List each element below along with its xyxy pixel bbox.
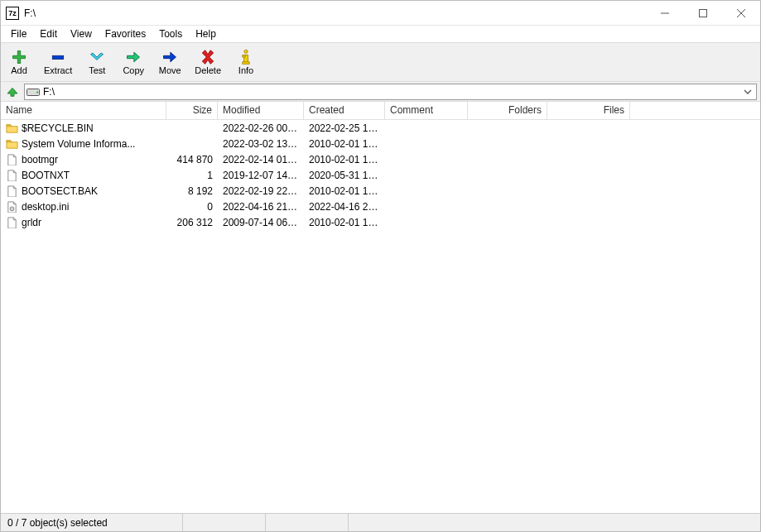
chevron-down-icon bbox=[744, 88, 752, 96]
cell-size: 8 192 bbox=[166, 185, 218, 197]
titlebar: 7z F:\ bbox=[1, 1, 760, 26]
file-icon bbox=[6, 185, 18, 197]
file-name: BOOTNXT bbox=[22, 170, 70, 181]
cell-name: bootmgr bbox=[1, 154, 166, 165]
move-arrow-icon bbox=[161, 49, 179, 65]
up-button[interactable] bbox=[4, 84, 21, 100]
menu-file[interactable]: File bbox=[4, 26, 33, 41]
test-button[interactable]: Test bbox=[82, 47, 112, 77]
move-label: Move bbox=[159, 65, 181, 75]
delete-button[interactable]: Delete bbox=[191, 47, 224, 77]
cell-name: grldr bbox=[1, 217, 166, 228]
menu-favorites[interactable]: Favorites bbox=[99, 26, 152, 41]
menu-view[interactable]: View bbox=[64, 26, 99, 41]
minimize-button[interactable] bbox=[646, 1, 684, 26]
cell-name: BOOTNXT bbox=[1, 170, 166, 181]
cell-created: 2020-05-31 10:48 bbox=[304, 170, 385, 181]
cell-modified: 2022-04-16 21:37 bbox=[218, 201, 304, 213]
file-name: bootmgr bbox=[22, 154, 58, 165]
minus-icon bbox=[49, 49, 67, 65]
file-name: grldr bbox=[22, 217, 41, 228]
col-folders[interactable]: Folders bbox=[468, 102, 547, 119]
add-label: Add bbox=[11, 65, 27, 75]
file-row[interactable]: desktop.ini02022-04-16 21:372022-04-16 2… bbox=[1, 199, 760, 214]
col-files[interactable]: Files bbox=[547, 102, 630, 119]
cell-name: desktop.ini bbox=[1, 201, 166, 213]
info-label: Info bbox=[238, 65, 253, 75]
menu-tools[interactable]: Tools bbox=[152, 26, 189, 41]
copy-label: Copy bbox=[123, 65, 144, 75]
file-row[interactable]: $RECYCLE.BIN2022-02-26 00:402022-02-25 1… bbox=[1, 120, 760, 136]
file-icon bbox=[6, 217, 18, 228]
cell-name: $RECYCLE.BIN bbox=[1, 122, 166, 134]
extract-button[interactable]: Extract bbox=[41, 47, 75, 77]
test-label: Test bbox=[89, 65, 105, 75]
move-button[interactable]: Move bbox=[155, 47, 185, 77]
file-list[interactable]: $RECYCLE.BIN2022-02-26 00:402022-02-25 1… bbox=[1, 120, 760, 513]
cell-created: 2010-02-01 17:32 bbox=[304, 154, 385, 165]
svg-rect-8 bbox=[243, 62, 249, 65]
menu-edit[interactable]: Edit bbox=[33, 26, 64, 41]
cell-size: 206 312 bbox=[166, 217, 218, 228]
copy-arrow-icon bbox=[124, 49, 142, 65]
cell-name: System Volume Informa... bbox=[1, 138, 166, 150]
info-button[interactable]: Info bbox=[231, 47, 261, 77]
file-row[interactable]: BOOTNXT12019-12-07 14:382020-05-31 10:48 bbox=[1, 167, 760, 183]
delete-label: Delete bbox=[195, 65, 221, 75]
address-dropdown-button[interactable] bbox=[741, 84, 754, 99]
toolbar: Add Extract Test Copy Move Delete Info bbox=[1, 42, 760, 82]
file-icon bbox=[6, 170, 18, 181]
file-row[interactable]: BOOTSECT.BAK8 1922022-02-19 22:092010-02… bbox=[1, 183, 760, 199]
cell-size: 414 870 bbox=[166, 154, 218, 165]
close-button[interactable] bbox=[722, 1, 760, 26]
svg-rect-7 bbox=[243, 55, 245, 58]
cell-modified: 2022-03-02 13:44 bbox=[218, 138, 304, 150]
file-name: BOOTSECT.BAK bbox=[22, 185, 98, 197]
file-name: desktop.ini bbox=[22, 201, 69, 213]
cell-modified: 2022-02-14 01:32 bbox=[218, 154, 304, 165]
address-path: F:\ bbox=[43, 86, 741, 98]
maximize-button[interactable] bbox=[684, 1, 722, 26]
status-bar: 0 / 7 object(s) selected bbox=[1, 513, 760, 531]
extract-label: Extract bbox=[44, 65, 72, 75]
file-row[interactable]: System Volume Informa...2022-03-02 13:44… bbox=[1, 136, 760, 151]
cell-modified: 2009-07-14 06:56 bbox=[218, 217, 304, 228]
copy-button[interactable]: Copy bbox=[118, 47, 148, 77]
cell-created: 2010-02-01 17:32 bbox=[304, 185, 385, 197]
app-icon: 7z bbox=[6, 7, 19, 20]
window-title: F:\ bbox=[24, 7, 36, 19]
menu-help[interactable]: Help bbox=[189, 26, 223, 41]
status-seg3 bbox=[266, 514, 349, 531]
svg-rect-4 bbox=[52, 55, 63, 59]
svg-point-5 bbox=[244, 50, 248, 53]
col-comment[interactable]: Comment bbox=[385, 102, 468, 119]
cell-created: 2010-02-01 17:34 bbox=[304, 138, 385, 150]
cell-modified: 2022-02-19 22:09 bbox=[218, 185, 304, 197]
address-combo[interactable]: F:\ bbox=[24, 84, 757, 100]
folder-icon bbox=[6, 138, 18, 150]
col-size[interactable]: Size bbox=[166, 102, 218, 119]
file-icon bbox=[6, 201, 18, 213]
svg-point-10 bbox=[36, 91, 38, 93]
cell-size: 0 bbox=[166, 201, 218, 213]
delete-x-icon bbox=[199, 49, 217, 65]
file-row[interactable]: bootmgr414 8702022-02-14 01:322010-02-01… bbox=[1, 151, 760, 167]
file-row[interactable]: grldr206 3122009-07-14 06:562010-02-01 1… bbox=[1, 214, 760, 230]
file-name: $RECYCLE.BIN bbox=[22, 122, 94, 134]
plus-icon bbox=[10, 49, 28, 65]
cell-modified: 2019-12-07 14:38 bbox=[218, 170, 304, 181]
col-modified[interactable]: Modified bbox=[218, 102, 304, 119]
col-name[interactable]: Name bbox=[1, 102, 166, 119]
cell-created: 2010-02-01 17:32 bbox=[304, 217, 385, 228]
cell-created: 2022-02-25 10:05 bbox=[304, 122, 385, 134]
add-button[interactable]: Add bbox=[4, 47, 34, 77]
status-seg2 bbox=[183, 514, 266, 531]
check-icon bbox=[88, 49, 106, 65]
file-icon bbox=[6, 154, 18, 165]
drive-icon bbox=[26, 87, 40, 97]
col-created[interactable]: Created bbox=[304, 102, 385, 119]
cell-created: 2022-04-16 21:37 bbox=[304, 201, 385, 213]
info-icon bbox=[237, 49, 255, 65]
svg-point-12 bbox=[12, 208, 13, 209]
cell-modified: 2022-02-26 00:40 bbox=[218, 122, 304, 134]
